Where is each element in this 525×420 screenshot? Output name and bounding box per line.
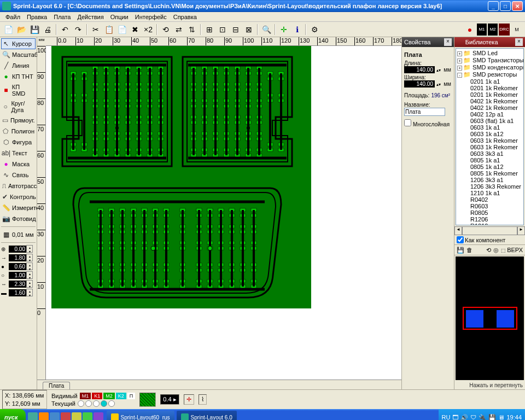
tab-board[interactable]: Плата [43,382,70,389]
copy-button[interactable]: 📋 [103,24,115,36]
tool-Линия[interactable]: ╱Линия [1,60,36,71]
menu-Файл[interactable]: Файл [2,13,24,21]
ql-icon[interactable] [94,412,103,420]
library-close-icon[interactable]: × [515,38,523,46]
tree-item[interactable]: 0603 (flat) 1k a1 [457,118,522,124]
spin-icon[interactable]: ▴▾ [436,82,441,87]
tree-item[interactable]: 1210 1k a1 [457,190,522,196]
ql-icon[interactable] [39,412,49,420]
ql-icon[interactable] [83,412,92,420]
ql-icon[interactable] [72,412,81,420]
tool-Контроль[interactable]: ✔Контроль [1,191,36,202]
pcb-board[interactable] [51,46,311,308]
crosshair-button[interactable]: ✛ [278,24,290,36]
library-tree[interactable]: +📁 SMD Led+📁 SMD Транзисторы+📁 SMD конде… [456,48,524,225]
tree-item[interactable]: 0201 1k Rekomer [457,85,522,91]
lib-save-icon[interactable]: 💾 [457,247,464,254]
info-button[interactable]: ℹ [291,24,303,36]
tray-icon[interactable]: 💾 [488,414,496,421]
clock[interactable]: 19:44 [506,414,522,420]
task-Sprint-Layout60_rus[interactable]: Sprint-Layout60_rus [107,411,174,420]
tree-category[interactable]: +📁 SMD Led [457,50,522,57]
pcb-canvas[interactable] [46,46,401,380]
layer-K2[interactable]: K2 [116,393,126,399]
tray-icon[interactable]: 🔊 [460,414,468,421]
menu-Действия[interactable]: Действия [74,13,107,21]
tool-Связь[interactable]: ∿Связь [1,170,36,180]
tree-item[interactable]: 0805 1k Rekomer [457,170,522,177]
tool-КП ТНТ[interactable]: ●КП ТНТ [1,71,36,82]
tree-item[interactable]: 0603 1k Rekomer [457,144,522,150]
length-input[interactable]: 140.00 [404,66,435,73]
tree-item[interactable]: 0201 1k Rekomer [457,91,522,98]
menu-Опции[interactable]: Опции [107,13,132,21]
layer-M1[interactable] [78,400,84,407]
layer-K2[interactable] [101,400,107,407]
tray-icon[interactable]: 🖥 [498,414,504,420]
lib-target-icon[interactable]: ◎ [493,247,499,254]
tool-Полигон[interactable]: ⬠Полигон [1,126,36,137]
tool-Курсор[interactable]: ↖Курсор [1,38,36,49]
param-input-1[interactable]: →1.80▴▾ [1,254,36,261]
tree-category[interactable]: +📁 SMD Транзисторы [457,57,522,64]
group-button[interactable]: ⊟ [230,24,242,36]
layer-M2[interactable]: M2 [103,393,115,399]
tree-item[interactable]: 0402 12p a1 [457,111,522,118]
tree-item[interactable]: 0805 1k a12 [457,164,522,170]
menu-Интерфейс[interactable]: Интерфейс [132,13,170,21]
ungroup-button[interactable]: ⊠ [243,24,255,36]
tree-item[interactable]: R1210 [457,223,522,225]
tray-icon[interactable]: 🔌 [479,414,486,421]
tree-item[interactable]: 0603 1k a12 [457,131,522,137]
tree-item[interactable]: R0805 [457,209,522,216]
tree-item[interactable]: R0603 [457,203,522,209]
print-button[interactable]: 🖨 [42,24,54,36]
tree-item[interactable]: 0603 1k Rekomer [457,137,522,144]
cut-button[interactable]: ✂ [90,24,102,36]
tree-item[interactable]: 0201 1k a1 [457,78,522,85]
param-input-5[interactable]: ▬1.60▴▾ [1,289,36,296]
drc-button[interactable]: DRC [499,24,510,36]
param-input-0[interactable]: ⊕0.00▴▾ [1,245,36,253]
tray-icon[interactable]: 🛡 [470,414,476,420]
snap-button[interactable]: ⊡ [217,24,229,36]
tree-item[interactable]: 0805 1k a1 [457,157,522,164]
menu-Плата[interactable]: Плата [50,13,74,21]
tree-item[interactable]: R1206 [457,216,522,223]
param-input-4[interactable]: ↔2.30▴▾ [1,280,36,288]
ql-icon[interactable] [61,412,71,420]
spin-icon[interactable]: ▴▾ [436,68,441,73]
tree-category[interactable]: -📁 SMD резисторы [457,71,522,78]
tool-Масштаб[interactable]: 🔍Масштаб [1,49,36,60]
open-button[interactable]: 📂 [15,24,27,36]
thickness-indicator[interactable]: 0.4 ▸ [160,394,179,405]
board-name-input[interactable] [404,108,445,116]
tool-КП SMD[interactable]: ■КП SMD [1,82,36,98]
properties-close-icon[interactable]: × [444,38,452,46]
target-icon[interactable]: ✛ [184,394,194,405]
close-button[interactable]: ✕ [512,1,523,11]
rotate-button[interactable]: ⟲ [160,24,172,36]
layer-K1[interactable] [85,400,92,407]
zoom-button[interactable]: 🔍 [260,24,272,36]
param-input-2[interactable]: ●0.60▴▾ [1,262,36,270]
layer-M2[interactable] [93,400,100,407]
save-button[interactable]: 💾 [28,24,40,36]
tree-item[interactable]: 0402 1k Rekomer [457,104,522,111]
paste-button[interactable]: 📄 [116,24,128,36]
link-icon[interactable]: ⌇ [199,394,207,405]
tree-item[interactable]: R0402 [457,196,522,203]
tool-Текст[interactable]: ab|Текст [1,148,36,159]
mirror-h-button[interactable]: ⇄ [173,24,185,36]
param-input-3[interactable]: ○1.00▴▾ [1,271,36,279]
tool-Прямоуг.[interactable]: ▭Прямоуг. [1,115,36,126]
ql-icon[interactable] [50,412,60,420]
task-Sprint-Layout 6.0[interactable]: Sprint-Layout 6.0 [177,411,237,420]
redo-button[interactable]: ↷ [72,24,84,36]
as-component-checkbox[interactable] [457,236,464,243]
library-scrollbar[interactable]: ◄ ► [454,226,525,235]
settings-button[interactable]: ⚙ [308,24,320,36]
layer-m2-button[interactable]: M2 [488,24,498,36]
layer-П[interactable]: П [127,393,135,399]
width-input[interactable]: 140.00 [404,80,435,88]
